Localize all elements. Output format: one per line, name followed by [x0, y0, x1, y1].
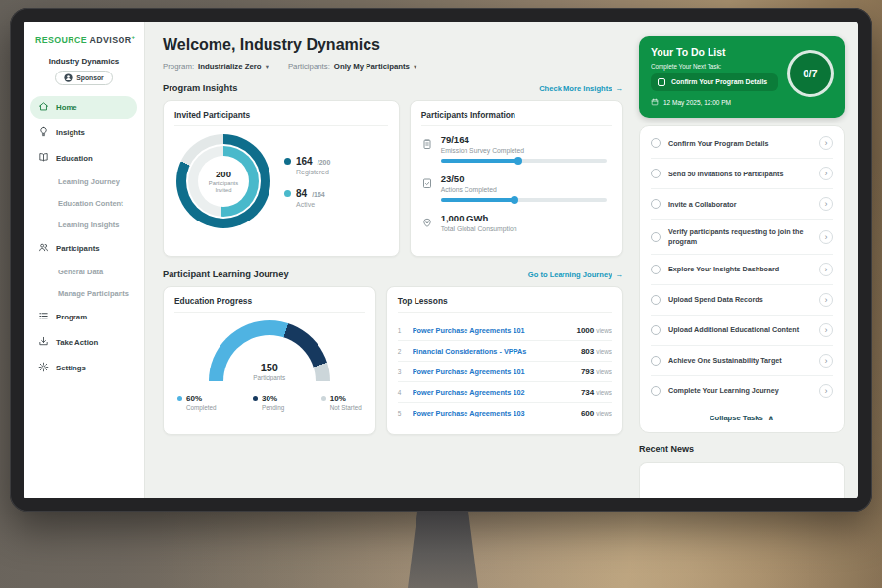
- task-row[interactable]: Achieve One Sustainability Target ›: [651, 346, 833, 376]
- task-row[interactable]: Explore Your Insights Dashboard ›: [651, 255, 833, 285]
- chevron-right-icon[interactable]: ›: [819, 136, 833, 150]
- lesson-row: 5 Power Purchase Agreements 103 600views: [398, 403, 612, 422]
- sidebar-item-label: Program: [56, 313, 87, 321]
- chevron-right-icon[interactable]: ›: [819, 354, 833, 368]
- participants-filter-dropdown[interactable]: Participants: Only My Participants ▾: [288, 62, 416, 71]
- lesson-link[interactable]: Power Purchase Agreements 101: [413, 368, 574, 376]
- task-checkbox[interactable]: [651, 232, 661, 242]
- chevron-right-icon[interactable]: ›: [819, 167, 833, 180]
- logo-plus: +: [131, 34, 135, 40]
- task-checkbox[interactable]: [651, 295, 661, 305]
- legend-item: 60% Completed: [177, 394, 216, 411]
- sidebar-item-general-data[interactable]: General Data: [30, 263, 137, 281]
- check-more-insights-link[interactable]: Check More Insights →: [539, 84, 623, 93]
- task-checkbox[interactable]: [651, 325, 661, 335]
- task-checkbox[interactable]: [651, 199, 661, 209]
- legend-dot-pending: [253, 396, 258, 401]
- task-row[interactable]: Upload Spend Data Records ›: [651, 285, 833, 316]
- chevron-right-icon[interactable]: ›: [819, 323, 833, 337]
- survey-clipboard-icon: [421, 134, 433, 163]
- legend-item: 84 /164 Active: [284, 188, 330, 208]
- lesson-row: 3 Power Purchase Agreements 101 793views: [398, 362, 612, 382]
- todo-progress-ring: 0/7: [787, 50, 834, 97]
- card-title: Participants Information: [421, 110, 612, 126]
- task-row[interactable]: Confirm Your Program Details ›: [651, 128, 833, 159]
- sponsor-badge: Sponsor: [55, 71, 113, 85]
- stat-emission-survey: 79/164 Emission Survey Completed: [421, 134, 612, 163]
- sidebar-item-label: Learning Journey: [58, 177, 120, 186]
- book-icon: [38, 152, 49, 165]
- legend-dot-active: [284, 190, 291, 197]
- next-task-checkbox[interactable]: [658, 78, 665, 86]
- lesson-link[interactable]: Power Purchase Agreements 101: [413, 326, 570, 335]
- gauge-legend: 60% Completed 30% Pending 10% Not Starte…: [174, 394, 365, 411]
- lesson-link[interactable]: Power Purchase Agreements 102: [413, 388, 574, 397]
- progress-bar: [441, 198, 607, 202]
- location-pin-icon: [421, 213, 433, 232]
- participants-filter-value: Only My Participants: [334, 62, 410, 71]
- sidebar-item-label: Learning Insights: [58, 220, 120, 229]
- sidebar-item-participants[interactable]: Participants: [30, 237, 137, 260]
- task-checkbox[interactable]: [651, 386, 661, 396]
- donut-center-value: 200: [216, 169, 231, 179]
- legend-dot-registered: [284, 158, 291, 165]
- lightbulb-icon: [38, 126, 49, 139]
- participants-information-card: Participants Information 79/164 Emission…: [410, 100, 623, 257]
- gauge-center-label: Participants: [209, 374, 330, 381]
- chevron-right-icon[interactable]: ›: [819, 263, 833, 276]
- task-row[interactable]: Upload Additional Educational Content ›: [651, 316, 833, 346]
- sidebar-item-label: Education: [56, 154, 93, 163]
- people-icon: [38, 242, 49, 255]
- sidebar-item-take-action[interactable]: Take Action: [30, 331, 137, 354]
- lesson-link[interactable]: Financial Considerations - VPPAs: [413, 347, 574, 356]
- legend-dot-completed: [177, 396, 182, 401]
- donut-legend: 164 /200 Registered 84 /164: [284, 156, 330, 208]
- check-clipboard-icon: [421, 173, 433, 202]
- filters-row: Program: Industrialize Zero ▾ Participan…: [163, 62, 623, 71]
- todo-header-card: Your To Do List Complete Your Next Task:…: [639, 36, 845, 118]
- sponsor-icon: [64, 74, 73, 82]
- task-checkbox[interactable]: [651, 169, 661, 178]
- sidebar-item-education[interactable]: Education: [30, 147, 137, 170]
- task-checkbox[interactable]: [651, 356, 661, 366]
- invited-participants-card: Invited Participants 200 Participants In…: [163, 100, 400, 257]
- sidebar-item-insights[interactable]: Insights: [30, 122, 137, 144]
- sidebar-item-program[interactable]: Program: [30, 306, 137, 328]
- sidebar-item-home[interactable]: Home: [30, 96, 137, 119]
- chevron-right-icon[interactable]: ›: [819, 230, 833, 244]
- sidebar-item-label: Take Action: [56, 338, 98, 347]
- caret-up-icon: ∧: [768, 414, 774, 422]
- sidebar-item-education-content[interactable]: Education Content: [30, 194, 137, 213]
- list-icon: [38, 311, 49, 323]
- background-photo: RESOURCE ADVISOR+ Industry Dynamics Spon…: [0, 0, 882, 588]
- main-content: Welcome, Industry Dynamics Program: Indu…: [145, 22, 635, 498]
- task-checkbox[interactable]: [651, 138, 661, 148]
- chevron-right-icon[interactable]: ›: [819, 197, 833, 211]
- go-to-learning-journey-link[interactable]: Go to Learning Journey →: [528, 270, 623, 279]
- gauge-center-value: 150: [209, 362, 330, 373]
- education-progress-card: Education Progress 150 Participants 60: [163, 286, 376, 435]
- task-row[interactable]: Verify participants requesting to join t…: [651, 220, 833, 255]
- task-checkbox[interactable]: [651, 265, 661, 274]
- chevron-right-icon[interactable]: ›: [819, 293, 833, 307]
- legend-item: 164 /200 Registered: [284, 156, 330, 175]
- program-filter-dropdown[interactable]: Program: Industrialize Zero ▾: [163, 62, 269, 71]
- collapse-tasks-button[interactable]: Collapse Tasks ∧: [651, 406, 833, 429]
- next-task-row[interactable]: Confirm Your Program Details: [651, 74, 778, 91]
- sidebar-item-settings[interactable]: Settings: [30, 357, 137, 379]
- task-row[interactable]: Invite a Collaborator ›: [651, 189, 833, 220]
- section-title: Participant Learning Journey: [163, 270, 289, 279]
- task-row[interactable]: Complete Your Learning Journey ›: [651, 376, 833, 406]
- task-row[interactable]: Send 50 Invitations to Participants ›: [651, 159, 833, 189]
- legend-item: 10% Not Started: [321, 394, 362, 411]
- sidebar-item-manage-participants[interactable]: Manage Participants: [30, 284, 137, 303]
- lesson-link[interactable]: Power Purchase Agreements 103: [413, 409, 574, 417]
- sidebar-item-label: General Data: [58, 268, 103, 276]
- sidebar-item-learning-insights[interactable]: Learning Insights: [30, 216, 137, 234]
- stat-actions-completed: 23/50 Actions Completed: [421, 173, 612, 202]
- chevron-right-icon[interactable]: ›: [819, 384, 833, 398]
- app-logo: RESOURCE ADVISOR+: [24, 22, 144, 45]
- monitor-stand: [408, 511, 478, 588]
- sidebar-item-learning-journey[interactable]: Learning Journey: [30, 172, 137, 191]
- arrow-right-icon: →: [615, 84, 623, 93]
